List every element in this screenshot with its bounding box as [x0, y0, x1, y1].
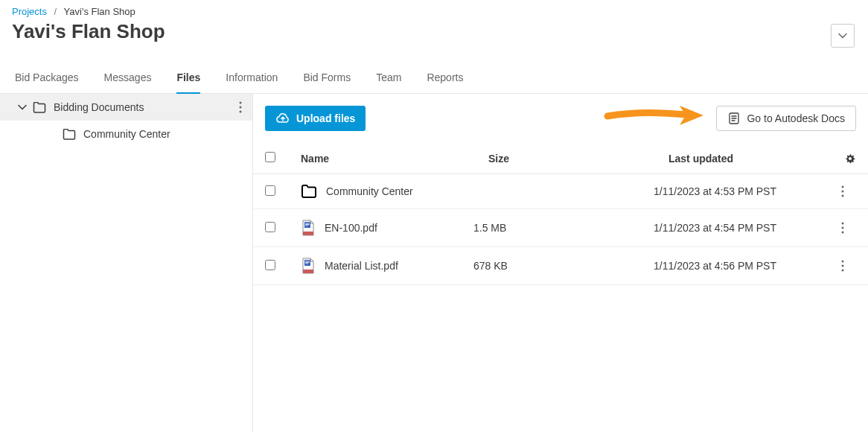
sidebar-item-label: Community Center	[83, 128, 170, 140]
tabs: Bid Packages Messages Files Information …	[0, 64, 868, 94]
row-more-button[interactable]	[841, 222, 856, 234]
row-more-button[interactable]	[841, 185, 856, 197]
sidebar-item-community-center[interactable]: Community Center	[0, 121, 252, 147]
row-name: Community Center	[326, 185, 413, 197]
tab-bid-forms[interactable]: Bid Forms	[303, 64, 351, 94]
row-name: Material List.pdf	[325, 260, 398, 272]
svg-point-0	[240, 102, 242, 104]
table-settings-button[interactable]	[844, 153, 856, 165]
upload-files-button[interactable]: Upload files	[265, 106, 366, 131]
more-vertical-icon	[841, 185, 844, 197]
select-all-checkbox[interactable]	[265, 152, 275, 162]
row-more-button[interactable]	[841, 260, 856, 272]
tab-messages[interactable]: Messages	[104, 64, 152, 94]
svg-rect-10	[305, 226, 308, 226]
sidebar-item-label: Bidding Documents	[54, 101, 144, 113]
tab-bid-packages[interactable]: Bid Packages	[15, 64, 79, 94]
tab-team[interactable]: Team	[376, 64, 401, 94]
chevron-down-icon	[18, 104, 27, 110]
header-dropdown-button[interactable]	[831, 24, 855, 48]
main-panel: Upload files Go to Autodesk Docs Name Si…	[253, 94, 868, 433]
svg-rect-18	[305, 264, 308, 264]
row-updated: 1/11/2023 at 4:54 PM PST	[654, 222, 841, 234]
table-row[interactable]: Material List.pdf 678 KB 1/11/2023 at 4:…	[253, 247, 868, 285]
column-header-updated[interactable]: Last updated	[668, 153, 856, 165]
folder-icon	[301, 185, 317, 198]
sidebar-item-more-button[interactable]	[239, 101, 242, 113]
more-vertical-icon	[841, 222, 844, 234]
svg-rect-17	[305, 262, 310, 263]
svg-point-14	[842, 232, 844, 234]
row-checkbox[interactable]	[265, 222, 275, 232]
gear-icon	[844, 153, 856, 165]
svg-rect-15	[304, 260, 310, 266]
pdf-file-icon	[301, 220, 316, 236]
docs-icon	[727, 112, 741, 124]
breadcrumb: Projects / Yavi's Flan Shop	[12, 6, 856, 17]
row-updated: 1/11/2023 at 4:56 PM PST	[654, 260, 841, 272]
go-to-autodesk-docs-label: Go to Autodesk Docs	[747, 112, 845, 124]
svg-rect-9	[305, 224, 310, 225]
go-to-autodesk-docs-button[interactable]: Go to Autodesk Docs	[716, 106, 856, 131]
sidebar-item-bidding-documents[interactable]: Bidding Documents	[0, 94, 252, 121]
sidebar: Bidding Documents Community Center	[0, 94, 253, 433]
files-table: Name Size Last updated Community Center …	[253, 143, 868, 285]
svg-rect-16	[305, 261, 310, 262]
row-updated: 1/11/2023 at 4:53 PM PST	[654, 185, 841, 197]
pdf-file-icon	[301, 258, 316, 274]
svg-rect-19	[303, 269, 313, 273]
svg-rect-11	[303, 232, 313, 235]
tab-reports[interactable]: Reports	[427, 64, 463, 94]
table-row[interactable]: EN-100.pdf 1.5 MB 1/11/2023 at 4:54 PM P…	[253, 209, 868, 247]
cloud-upload-icon	[275, 112, 290, 124]
column-header-name[interactable]: Name	[301, 153, 488, 165]
chevron-down-icon	[838, 33, 847, 39]
svg-rect-7	[304, 222, 310, 228]
more-vertical-icon	[841, 260, 844, 272]
tab-information[interactable]: Information	[226, 64, 278, 94]
svg-point-1	[240, 106, 242, 109]
row-checkbox[interactable]	[265, 185, 275, 196]
breadcrumb-separator: /	[54, 6, 57, 17]
svg-point-2	[240, 111, 242, 113]
table-header-row: Name Size Last updated	[253, 143, 868, 174]
svg-point-21	[842, 265, 844, 267]
breadcrumb-current: Yavi's Flan Shop	[64, 6, 135, 17]
upload-files-label: Upload files	[296, 112, 355, 124]
svg-point-5	[842, 191, 844, 193]
more-vertical-icon	[239, 101, 242, 113]
svg-point-12	[842, 223, 844, 225]
row-name: EN-100.pdf	[325, 222, 377, 234]
folder-icon	[33, 102, 46, 113]
tab-files[interactable]: Files	[176, 64, 200, 94]
svg-rect-8	[305, 223, 310, 224]
folder-icon	[63, 129, 76, 140]
svg-point-22	[842, 269, 844, 272]
row-size: 1.5 MB	[473, 222, 654, 234]
table-row[interactable]: Community Center 1/11/2023 at 4:53 PM PS…	[253, 174, 868, 209]
svg-point-20	[842, 261, 844, 263]
row-checkbox[interactable]	[265, 260, 275, 270]
svg-point-4	[842, 186, 844, 188]
svg-point-6	[842, 195, 844, 197]
row-size: 678 KB	[473, 260, 654, 272]
breadcrumb-projects-link[interactable]: Projects	[12, 6, 47, 17]
column-header-size[interactable]: Size	[488, 153, 668, 165]
page-title: Yavi's Flan Shop	[12, 20, 856, 43]
svg-point-13	[842, 227, 844, 229]
